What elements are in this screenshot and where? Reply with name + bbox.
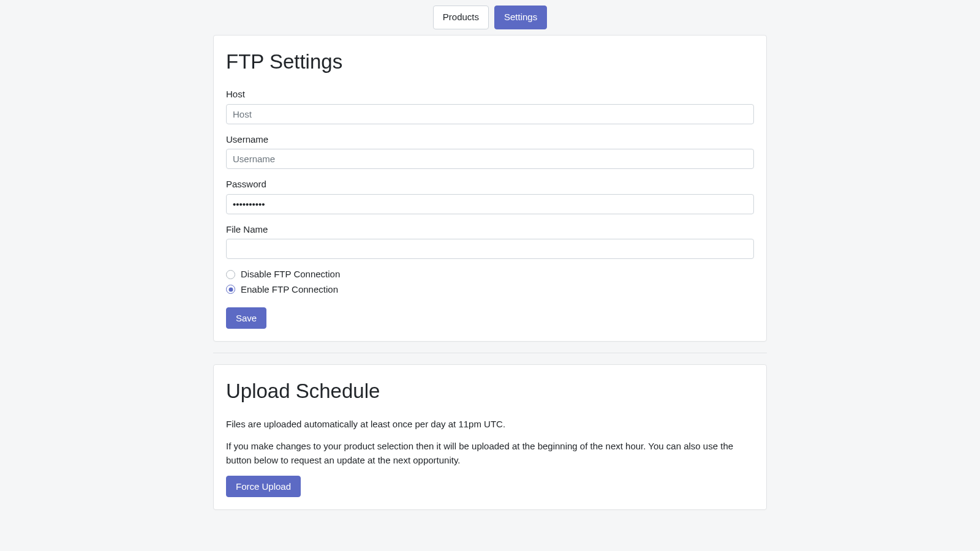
username-group: Username — [226, 133, 754, 170]
nav-tabs: Products Settings — [0, 0, 980, 35]
password-group: Password — [226, 178, 754, 214]
radio-disable-item[interactable]: Disable FTP Connection — [226, 268, 754, 282]
upload-schedule-title: Upload Schedule — [226, 376, 754, 407]
ftp-settings-card: FTP Settings Host Username Password File… — [213, 35, 767, 342]
tab-settings[interactable]: Settings — [494, 6, 547, 29]
schedule-paragraph-1: Files are uploaded automatically at leas… — [226, 418, 754, 432]
force-upload-button[interactable]: Force Upload — [226, 476, 301, 497]
schedule-paragraph-2: If you make changes to your product sele… — [226, 440, 754, 467]
radio-enable-label[interactable]: Enable FTP Connection — [241, 283, 338, 297]
section-divider — [213, 353, 767, 353]
host-label: Host — [226, 88, 754, 102]
ftp-settings-title: FTP Settings — [226, 47, 754, 77]
host-input[interactable] — [226, 104, 754, 124]
radio-disable-input[interactable] — [226, 270, 235, 279]
tab-products[interactable]: Products — [433, 6, 489, 29]
username-label: Username — [226, 133, 754, 147]
radio-enable-item[interactable]: Enable FTP Connection — [226, 283, 754, 297]
filename-label: File Name — [226, 223, 754, 237]
host-group: Host — [226, 88, 754, 124]
password-input[interactable] — [226, 194, 754, 214]
radio-enable-input[interactable] — [226, 285, 235, 294]
username-input[interactable] — [226, 149, 754, 169]
radio-disable-label[interactable]: Disable FTP Connection — [241, 268, 340, 282]
filename-group: File Name — [226, 223, 754, 260]
ftp-connection-radio-group: Disable FTP Connection Enable FTP Connec… — [226, 268, 754, 296]
filename-input[interactable] — [226, 239, 754, 259]
upload-schedule-card: Upload Schedule Files are uploaded autom… — [213, 364, 767, 510]
save-button[interactable]: Save — [226, 307, 266, 329]
password-label: Password — [226, 178, 754, 192]
